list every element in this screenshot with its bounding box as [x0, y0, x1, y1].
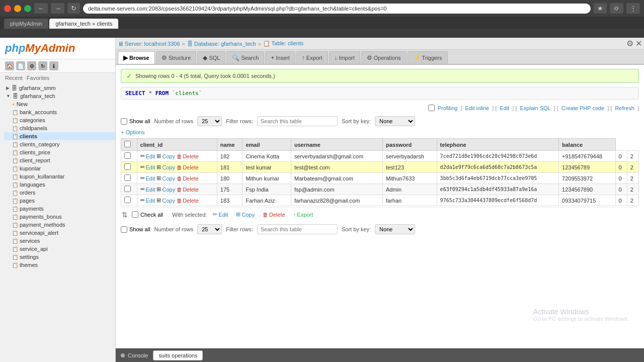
- show-all-bottom-checkbox[interactable]: [121, 226, 127, 233]
- sort-by-key-select[interactable]: None: [375, 116, 415, 126]
- copy-row-link[interactable]: Copy: [162, 175, 175, 182]
- sidebar-settings-icon[interactable]: ⚙: [27, 61, 36, 70]
- minimize-window-btn[interactable]: [14, 5, 21, 12]
- edit-row-link[interactable]: Edit: [146, 153, 155, 159]
- filter-rows-bottom-input[interactable]: [257, 224, 338, 234]
- copy-row-link[interactable]: Copy: [162, 153, 175, 159]
- sort-by-key-bottom-select[interactable]: None: [375, 224, 415, 234]
- sidebar-item-new[interactable]: + New: [4, 100, 115, 108]
- delete-row-link[interactable]: Delete: [183, 187, 199, 193]
- tab-triggers[interactable]: ⚡ Triggers: [408, 51, 448, 64]
- row-checkbox[interactable]: [124, 174, 131, 181]
- sidebar-item-languages[interactable]: 📋 languages: [4, 180, 115, 189]
- show-all-bottom-label[interactable]: Show all: [121, 226, 150, 233]
- bookmark-btn[interactable]: ★: [594, 3, 607, 14]
- bottom-export-btn[interactable]: ↑ Export: [291, 211, 315, 219]
- explain-sql-link[interactable]: Explain SQL: [520, 105, 551, 111]
- num-rows-select[interactable]: 251050100: [197, 116, 222, 126]
- console-label[interactable]: Console: [128, 352, 148, 358]
- th-name[interactable]: name: [217, 139, 243, 151]
- tab-export[interactable]: ↑ Export: [296, 51, 328, 64]
- back-btn[interactable]: ←: [34, 3, 48, 14]
- sidebar-item-services[interactable]: 📋 services: [4, 237, 115, 245]
- sidebar-item-payment-methods[interactable]: 📋 payment_methods: [4, 221, 115, 229]
- edit-link[interactable]: Edit: [500, 105, 509, 111]
- tab-search[interactable]: 🔍 Search: [226, 51, 264, 64]
- sidebar-refresh-icon[interactable]: ↻: [38, 61, 47, 70]
- tab-phpmyadmin[interactable]: phpMyAdmin: [4, 19, 48, 29]
- th-client-id[interactable]: client_id: [137, 139, 217, 151]
- tab-browse[interactable]: ▶ Browse: [118, 51, 155, 64]
- reload-btn[interactable]: ↻: [67, 3, 80, 14]
- breadcrumb-db[interactable]: 🗄 Database: gfarhanx_tech: [187, 41, 256, 47]
- delete-row-link[interactable]: Delete: [183, 153, 199, 159]
- row-checkbox[interactable]: [124, 197, 131, 203]
- tab-insert[interactable]: + Insert: [265, 51, 295, 64]
- sidebar-docs-icon[interactable]: 📄: [16, 61, 25, 70]
- row-checkbox[interactable]: [124, 163, 131, 170]
- create-php-link[interactable]: Create PHP code: [561, 105, 604, 111]
- sidebar-item-kupon-kullananlar[interactable]: 📋 kupon_kullananlar: [4, 172, 115, 180]
- close-nav-btn[interactable]: ✕: [635, 39, 642, 48]
- sidebar-item-client-report[interactable]: 📋 client_report: [4, 156, 115, 164]
- copy-row-link[interactable]: Copy: [162, 164, 175, 170]
- refresh-link[interactable]: Refresh: [615, 105, 634, 111]
- th-telephone[interactable]: telephone: [437, 139, 558, 151]
- sidebar-item-service-api[interactable]: 📋 service_api: [4, 245, 115, 253]
- show-all-checkbox[interactable]: [121, 118, 127, 125]
- sidebar-item-childpanels[interactable]: 📋 childpanels: [4, 124, 115, 132]
- sidebar-item-clients-category[interactable]: 📋 clients_category: [4, 140, 115, 148]
- sidebar-item-orders[interactable]: 📋 orders: [4, 189, 115, 197]
- sidebar-item-payments-bonus[interactable]: 📋 payments_bonus: [4, 213, 115, 221]
- extensions-btn[interactable]: ⛭: [610, 3, 623, 14]
- copy-row-link[interactable]: Copy: [162, 198, 175, 204]
- recent-link[interactable]: Recent: [5, 75, 23, 81]
- menu-btn[interactable]: ⋮: [626, 3, 640, 14]
- tab-operations[interactable]: ⚙ Operations: [361, 51, 407, 64]
- edit-row-link[interactable]: Edit: [146, 175, 155, 182]
- tab-structure[interactable]: ⚙ Structure: [156, 51, 197, 64]
- bottom-edit-btn[interactable]: ✏ Edit: [211, 210, 230, 219]
- maximize-window-btn[interactable]: [24, 5, 31, 12]
- sidebar-item-pages[interactable]: 📋 pages: [4, 197, 115, 205]
- sidebar-item-gfarhanx-tech[interactable]: ▼ 🗄 gfarhanx_tech: [0, 92, 115, 100]
- close-window-btn[interactable]: [4, 5, 11, 12]
- select-all-checkbox[interactable]: [124, 141, 131, 147]
- address-bar[interactable]: [83, 4, 591, 14]
- th-username[interactable]: username: [291, 139, 382, 151]
- sidebar-item-payments[interactable]: 📋 payments: [4, 205, 115, 213]
- sidebar-item-gfarhanx-smm[interactable]: ▶ 🗄 gfarhanx_smm: [0, 84, 115, 92]
- settings-nav-btn[interactable]: ⚙: [626, 39, 633, 48]
- th-password[interactable]: password: [382, 139, 437, 151]
- sidebar-item-themes[interactable]: 📋 themes: [4, 261, 115, 269]
- sidebar-home-icon[interactable]: 🏠: [5, 61, 14, 70]
- check-all-checkbox[interactable]: [132, 211, 138, 218]
- delete-row-link[interactable]: Delete: [183, 175, 199, 182]
- delete-row-link[interactable]: Delete: [183, 164, 199, 170]
- sidebar-item-clients[interactable]: 📋 clients: [4, 132, 115, 140]
- edit-inline-link[interactable]: Edit inline: [465, 105, 489, 111]
- options-link[interactable]: + Options: [121, 129, 639, 135]
- edit-row-link[interactable]: Edit: [146, 187, 155, 193]
- sidebar-item-bank-accounts[interactable]: 📋 bank_accounts: [4, 108, 115, 116]
- th-balance[interactable]: balance: [559, 139, 616, 151]
- edit-row-link[interactable]: Edit: [146, 164, 155, 170]
- filter-rows-input[interactable]: [257, 116, 338, 126]
- row-checkbox[interactable]: [124, 186, 131, 192]
- profiling-link[interactable]: Profiling: [438, 105, 458, 111]
- delete-row-link[interactable]: Delete: [183, 198, 199, 204]
- th-checkbox[interactable]: [121, 139, 137, 151]
- favorites-link[interactable]: Favorites: [27, 75, 49, 81]
- tab-active[interactable]: gfarhanx_tech » clients: [49, 19, 118, 29]
- bottom-copy-btn[interactable]: ⊞ Copy: [234, 210, 257, 219]
- sidebar-item-settings[interactable]: 📋 settings: [4, 253, 115, 261]
- sidebar-item-clients-price[interactable]: 📋 clients_price: [4, 148, 115, 156]
- breadcrumb-table[interactable]: 📋 Table: clients: [263, 40, 303, 47]
- row-checkbox[interactable]: [124, 152, 131, 159]
- check-all-label[interactable]: Check all: [132, 211, 163, 218]
- show-all-label[interactable]: Show all: [121, 118, 150, 125]
- th-email[interactable]: email: [243, 139, 291, 151]
- num-rows-bottom-select[interactable]: 251050100: [197, 224, 222, 234]
- sidebar-item-serviceapi-alert[interactable]: 📋 serviceapi_alert: [4, 229, 115, 237]
- edit-row-link[interactable]: Edit: [146, 198, 155, 204]
